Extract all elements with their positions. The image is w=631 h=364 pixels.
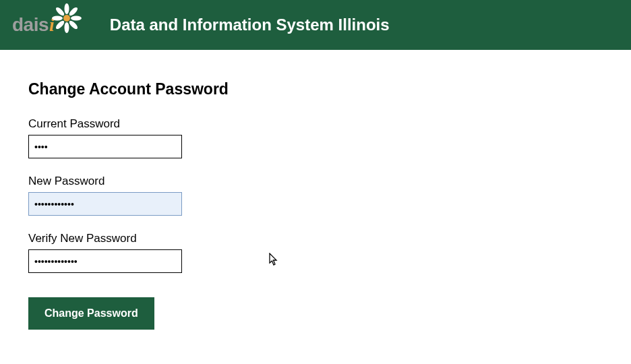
svg-point-3 [68,20,79,30]
new-password-label: New Password [28,175,603,188]
current-password-label: Current Password [28,117,603,131]
svg-point-1 [68,6,79,17]
new-password-group: New Password [28,175,603,216]
app-title: Data and Information System Illinois [110,16,390,34]
page-title: Change Account Password [28,80,603,98]
svg-point-4 [64,22,69,33]
change-password-button[interactable]: Change Password [28,297,154,330]
new-password-input[interactable] [28,192,182,216]
current-password-input[interactable] [28,135,182,158]
main-content: Change Account Password Current Password… [0,50,631,360]
current-password-group: Current Password [28,117,603,158]
daisy-flower-icon [51,2,83,34]
verify-password-group: Verify New Password [28,232,603,273]
svg-point-6 [52,16,63,21]
app-header: dais i Data and Information System Illin… [0,0,631,50]
logo: dais i [12,14,83,36]
svg-point-7 [55,6,65,17]
verify-password-label: Verify New Password [28,232,603,245]
svg-point-0 [64,3,69,14]
svg-point-8 [63,15,70,22]
svg-point-5 [55,20,65,30]
logo-text: dais [12,14,49,36]
svg-point-2 [71,16,82,21]
verify-password-input[interactable] [28,249,182,273]
